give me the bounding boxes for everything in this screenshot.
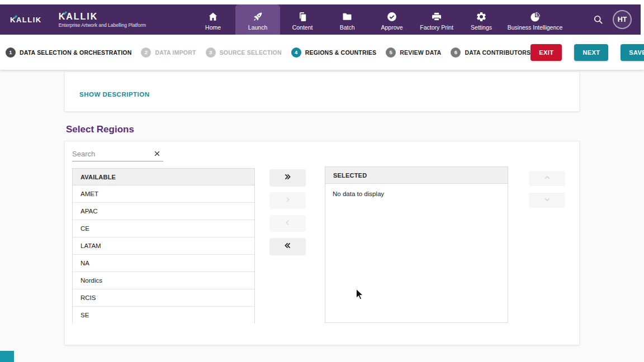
nav-item-factory-print[interactable]: Factory Print xyxy=(414,4,459,35)
move-right-button xyxy=(269,192,306,209)
list-item-rcis[interactable]: RCIS xyxy=(73,289,254,307)
kallik-app: KALLIK KALLIK Enterprise Artwork and Lab… xyxy=(0,0,644,362)
empty-state-text: No data to display xyxy=(325,184,508,197)
step-number-badge: 6 xyxy=(451,47,461,58)
nav-item-label: Batch xyxy=(340,24,355,31)
double-chevron-left-icon xyxy=(283,241,292,251)
list-item-se[interactable]: SE xyxy=(73,307,254,324)
wizard-steps: 1 DATA SELECTION & ORCHESTRATION 2 DATA … xyxy=(6,47,531,58)
nav-item-home[interactable]: Home xyxy=(191,4,235,35)
nav-item-business-intelligence[interactable]: Business Intelligence xyxy=(504,4,566,35)
printer-icon xyxy=(431,11,442,22)
kallik-logo-compact: KALLIK xyxy=(10,16,42,24)
chevron-down-icon xyxy=(543,196,551,205)
step-number-badge: 1 xyxy=(6,47,16,58)
search-input[interactable] xyxy=(72,147,149,160)
region-selection-card: AVAILABLE AMET APAC CE LATAM NA Nordics … xyxy=(64,141,580,345)
nav-item-settings[interactable]: Settings xyxy=(459,4,504,35)
chevron-up-icon xyxy=(543,174,551,183)
folder-icon xyxy=(342,11,353,22)
step-number-badge: 4 xyxy=(291,47,301,58)
list-item-latam[interactable]: LATAM xyxy=(73,237,254,255)
available-panel: AVAILABLE AMET APAC CE LATAM NA Nordics … xyxy=(72,168,255,323)
move-down-button xyxy=(529,193,565,208)
nav-item-label: Approve xyxy=(381,24,403,31)
pie-chart-icon xyxy=(529,11,541,22)
chevron-right-icon xyxy=(283,196,292,206)
transfer-controls xyxy=(269,169,306,261)
move-up-button xyxy=(529,171,565,186)
kallik-logo-main: KALLIK Enterprise Artwork and Labelling … xyxy=(59,12,146,28)
nav-item-label: Content xyxy=(292,24,313,31)
step-source-selection: 3 SOURCE SELECTION xyxy=(206,47,282,58)
check-circle-icon xyxy=(386,11,397,22)
step-data-import: 2 DATA IMPORT xyxy=(141,47,196,58)
nav-item-approve[interactable]: Approve xyxy=(370,4,414,35)
nav-item-content[interactable]: Content xyxy=(280,4,325,35)
nav-right: HT xyxy=(593,10,632,29)
step-data-selection[interactable]: 1 DATA SELECTION & ORCHESTRATION xyxy=(6,47,131,58)
nav-item-label: Business Intelligence xyxy=(508,24,563,31)
chevron-left-icon xyxy=(283,218,292,228)
next-button[interactable]: NEXT xyxy=(574,44,608,61)
move-left-button xyxy=(269,215,306,232)
nav-item-label: Factory Print xyxy=(420,24,453,31)
clear-x-icon[interactable] xyxy=(153,150,161,158)
region-search xyxy=(72,147,163,161)
double-chevron-right-icon xyxy=(283,173,292,183)
nav-item-batch[interactable]: Batch xyxy=(325,4,370,35)
reorder-controls xyxy=(529,171,565,215)
logo-tagline: Enterprise Artwork and Labelling Platfor… xyxy=(59,22,146,28)
nav-item-label: Home xyxy=(205,24,221,31)
list-item-amet[interactable]: AMET xyxy=(73,185,254,203)
step-regions-countries[interactable]: 4 REGIONS & COUNTRIES xyxy=(291,47,376,58)
wizard-stepper-bar: 1 DATA SELECTION & ORCHESTRATION 2 DATA … xyxy=(0,35,644,70)
top-nav: KALLIK KALLIK Enterprise Artwork and Lab… xyxy=(0,4,641,35)
pages-icon xyxy=(297,11,308,22)
list-item-ce[interactable]: CE xyxy=(73,220,254,237)
gear-icon xyxy=(476,11,487,22)
selected-header: SELECTED xyxy=(325,167,508,184)
page-title: Select Regions xyxy=(66,124,134,135)
nav-item-label: Settings xyxy=(471,24,492,31)
nav-item-launch[interactable]: Launch xyxy=(235,4,280,35)
available-header: AVAILABLE xyxy=(73,169,254,185)
step-number-badge: 5 xyxy=(386,47,396,58)
list-item-nordics[interactable]: Nordics xyxy=(73,272,254,289)
home-icon xyxy=(207,11,219,22)
step-number-badge: 2 xyxy=(141,47,151,58)
page-content: SHOW DESCRIPTION Select Regions AVAILABL… xyxy=(0,70,644,362)
nav-item-label: Launch xyxy=(248,24,267,31)
main-menu: Home Launch xyxy=(191,4,566,35)
corner-accent xyxy=(0,351,14,362)
move-all-left-button[interactable] xyxy=(269,238,306,255)
wizard-actions: EXIT NEXT SAVE DELETE TASK xyxy=(531,44,644,61)
list-item-na[interactable]: NA xyxy=(73,255,254,272)
description-card: SHOW DESCRIPTION xyxy=(64,72,580,112)
exit-button[interactable]: EXIT xyxy=(531,44,562,61)
search-icon[interactable] xyxy=(593,14,604,25)
step-number-badge: 3 xyxy=(206,47,216,58)
step-data-contributors[interactable]: 6 DATA CONTRIBUTORS xyxy=(451,47,531,58)
rocket-icon xyxy=(252,11,263,22)
step-review-data[interactable]: 5 REVIEW DATA xyxy=(386,47,441,58)
move-all-right-button[interactable] xyxy=(269,169,306,186)
show-description-link[interactable]: SHOW DESCRIPTION xyxy=(79,91,150,98)
save-button[interactable]: SAVE xyxy=(621,44,644,61)
selected-panel: SELECTED No data to display xyxy=(325,166,508,323)
list-item-apac[interactable]: APAC xyxy=(73,203,254,220)
user-avatar[interactable]: HT xyxy=(613,10,632,29)
